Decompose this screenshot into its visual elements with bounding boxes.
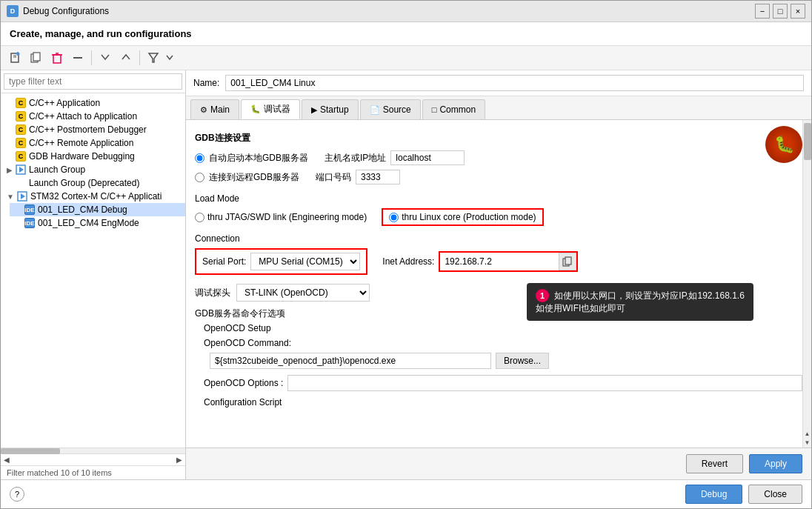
debug-configurations-window: D Debug Configurations − □ × Create, man…: [0, 0, 812, 509]
maximize-button[interactable]: □: [773, 4, 788, 19]
close-button[interactable]: ×: [791, 4, 805, 19]
tab-debugger[interactable]: 🐛 调试器: [241, 99, 300, 119]
tree-item-cpp-app[interactable]: C C/C++ Application: [1, 96, 185, 110]
config-tabs: ⚙ Main 🐛 调试器 ▶ Startup 📄 Source □ Co: [186, 96, 811, 120]
collapse-button[interactable]: [117, 49, 135, 67]
host-input[interactable]: [390, 150, 465, 165]
inet-tooltip: 1 如使用以太网口，则设置为对应IP,如192.168.1.6如使用WIFI也如…: [527, 283, 753, 321]
tree-item-cpp-attach[interactable]: C C/C++ Attach to Application: [1, 110, 185, 123]
openocd-setup-label: OpenOCD Setup: [195, 323, 802, 333]
help-button[interactable]: ?: [10, 487, 24, 502]
inet-input-wrap: [439, 251, 578, 272]
scroll-right-button[interactable]: ▶: [176, 456, 182, 464]
duplicate-button[interactable]: [27, 49, 45, 67]
delete-button[interactable]: [48, 49, 66, 67]
header-subtitle: Create, manage, and run configurations: [10, 28, 802, 39]
tab-main[interactable]: ⚙ Main: [190, 99, 239, 119]
window-title: Debug Configurations: [23, 6, 109, 16]
tree-item-label: GDB Hardware Debugging: [29, 151, 135, 162]
window-controls: − □ ×: [755, 4, 805, 19]
ide-icon: IDE: [24, 204, 35, 215]
apply-button[interactable]: Apply: [749, 454, 802, 473]
serial-port-label: Serial Port:: [202, 256, 246, 267]
cpp-icon: C: [16, 138, 26, 148]
main-content: C C/C++ Application C C/C++ Attach to Ap…: [1, 70, 811, 479]
tree-item-cpp-postmortem[interactable]: C C/C++ Postmortem Debugger: [1, 123, 185, 136]
config-name-input[interactable]: [225, 75, 804, 91]
auto-gdb-radio-row: 自动启动本地GDB服务器 主机名或IP地址: [195, 150, 802, 165]
load-mode-label: Load Mode: [195, 193, 802, 204]
config-script-section: Configuration Script: [195, 397, 802, 407]
tree-item-label: STM32 Cortex-M C/C++ Applicati: [30, 191, 162, 202]
tree-item-led-engmode[interactable]: IDE 001_LED_CM4 EngMode: [10, 216, 185, 230]
connection-title: Connection: [195, 233, 802, 244]
auto-gdb-radio[interactable]: [195, 153, 204, 163]
scrollbar-arrows: ▲: [803, 430, 811, 437]
remote-gdb-label: 连接到远程GDB服务器: [209, 171, 299, 184]
revert-button[interactable]: Revert: [686, 454, 743, 473]
tab-common[interactable]: □ Common: [422, 99, 485, 119]
tab-startup-label: Startup: [320, 104, 349, 115]
openocd-command-label: OpenOCD Command:: [195, 338, 802, 348]
footer-left: ?: [10, 487, 24, 502]
jtag-mode-radio[interactable]: [195, 213, 204, 222]
filter-input[interactable]: [4, 73, 182, 90]
remote-gdb-radio-row: 连接到远程GDB服务器 端口号码: [195, 170, 802, 184]
filter-dropdown-icon: [165, 53, 174, 62]
tree-item-led-debug[interactable]: IDE 001_LED_CM4 Debug: [10, 203, 185, 216]
tree-item-gdb-hardware[interactable]: C GDB Hardware Debugging: [1, 150, 185, 163]
debugger-select[interactable]: ST-LINK (OpenOCD) J-Link OpenOCD: [236, 284, 370, 302]
port-input[interactable]: [356, 170, 400, 184]
minimize-button[interactable]: −: [755, 4, 770, 19]
scrollbar-thumb: [1, 448, 60, 454]
filter-button[interactable]: [144, 49, 162, 67]
browse-button[interactable]: Browse...: [496, 353, 549, 369]
remove-button[interactable]: [69, 49, 87, 67]
auto-gdb-label: 自动启动本地GDB服务器: [209, 152, 308, 164]
left-panel-bottom: ◀ ▶ Filter matched 10 of 10 items: [1, 448, 185, 479]
inet-address-input[interactable]: [440, 254, 559, 269]
horizontal-scrollbar[interactable]: [1, 448, 185, 454]
tree-group-launch[interactable]: ▶ Launch Group: [1, 163, 185, 176]
new-config-button[interactable]: [7, 49, 24, 67]
tree-group-stm32[interactable]: ▼ STM32 Cortex-M C/C++ Applicati: [1, 190, 185, 203]
openocd-setup: OpenOCD Setup: [195, 323, 802, 333]
linux-radio-option: thru Linux core (Production mode): [382, 208, 543, 226]
serial-port-select[interactable]: MPU Serial (COM15) COM1 COM2: [250, 253, 360, 270]
inet-group: Inet Address:: [382, 251, 578, 272]
app-icon: D: [7, 5, 19, 17]
connection-row: Serial Port: MPU Serial (COM15) COM1 COM…: [195, 248, 802, 275]
tree-item-label: 001_LED_CM4 Debug: [38, 204, 127, 215]
name-bar: Name:: [186, 70, 811, 96]
tab-startup[interactable]: ▶ Startup: [302, 99, 359, 119]
jtag-label: thru JTAG/SWD link (Engineering mode): [207, 212, 367, 222]
remote-gdb-radio[interactable]: [195, 173, 204, 182]
inet-copy-button[interactable]: [559, 253, 576, 270]
jtag-radio-option: thru JTAG/SWD link (Engineering mode): [195, 212, 367, 222]
footer-close-button[interactable]: Close: [748, 485, 802, 504]
openocd-options-input[interactable]: [287, 375, 802, 391]
debug-button[interactable]: Debug: [685, 485, 742, 504]
toolbar-separator-2: [139, 50, 140, 65]
tree-item-cpp-remote[interactable]: C C/C++ Remote Application: [1, 136, 185, 150]
svg-marker-15: [21, 193, 25, 199]
linux-mode-radio[interactable]: [389, 213, 399, 222]
cpp-icon: C: [16, 98, 26, 108]
scroll-up-button[interactable]: ▲: [805, 430, 811, 437]
port-label: 端口号码: [316, 171, 351, 184]
tab-source[interactable]: 📄 Source: [360, 99, 421, 119]
tree-item-launch-deprecated[interactable]: Launch Group (Deprecated): [1, 176, 185, 190]
filter-status: Filter matched 10 of 10 items: [1, 465, 185, 479]
right-scrollbar[interactable]: ▲ ▼: [802, 120, 811, 448]
bug-graphic: 🐛: [765, 126, 802, 163]
scroll-arrows: ◀ ▶: [1, 454, 185, 465]
filter-input-wrap: [1, 70, 185, 93]
scroll-left-button[interactable]: ◀: [4, 456, 10, 464]
expand-button[interactable]: [96, 49, 114, 67]
openocd-cmd-input[interactable]: [210, 353, 491, 369]
bug-icon-area: 🐛: [765, 126, 802, 163]
scroll-down-button[interactable]: ▼: [805, 439, 811, 446]
expand-arrow: ▶: [7, 166, 13, 174]
openocd-options-label: OpenOCD Options :: [204, 378, 283, 388]
ide-icon: IDE: [24, 218, 35, 228]
